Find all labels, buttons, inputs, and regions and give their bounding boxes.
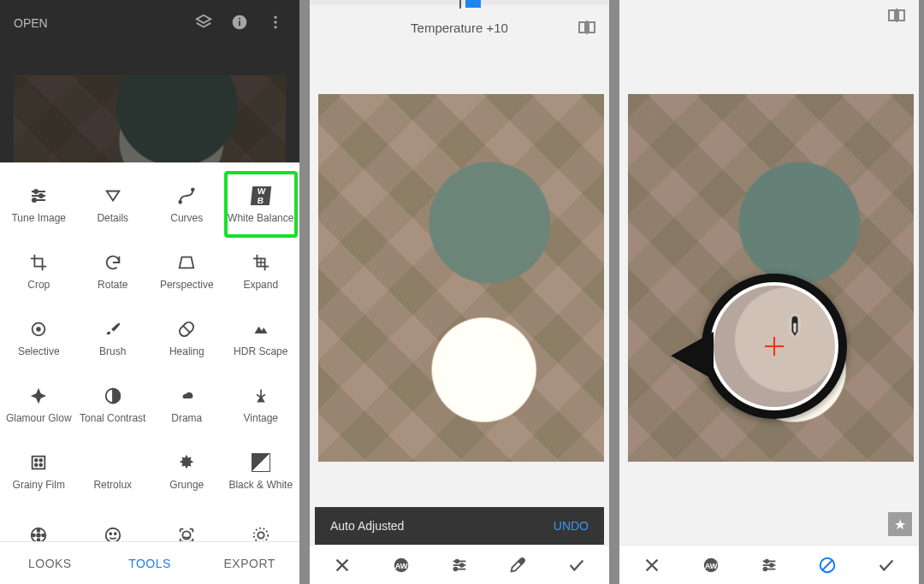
eyedropper-icon xyxy=(781,312,808,339)
svg-point-10 xyxy=(39,194,43,198)
svg-rect-41 xyxy=(589,22,595,32)
tool-label: Selective xyxy=(18,345,60,357)
tool-tonal-contrast[interactable]: Tonal Contrast xyxy=(76,371,151,438)
expand-icon xyxy=(252,251,270,274)
tool-white-balance[interactable]: WBWhite Balance xyxy=(224,171,299,238)
apply-button[interactable] xyxy=(548,556,606,575)
retrolux-icon xyxy=(102,451,124,474)
tool-label: Perspective xyxy=(160,279,214,291)
eyedropper-button[interactable] xyxy=(489,556,547,575)
compare-icon[interactable] xyxy=(577,17,597,38)
svg-point-11 xyxy=(33,198,36,202)
tool-healing[interactable]: Healing xyxy=(150,304,224,371)
svg-marker-12 xyxy=(106,192,119,201)
svg-rect-40 xyxy=(579,22,585,32)
svg-point-39 xyxy=(258,532,264,538)
tool-crop[interactable]: Crop xyxy=(2,238,76,304)
tool-vintage[interactable]: Vintage xyxy=(224,371,299,438)
tool-perspective[interactable]: Perspective xyxy=(150,238,224,304)
cancel-button[interactable] xyxy=(623,556,681,575)
svg-point-33 xyxy=(37,534,40,537)
tool-expand[interactable]: Expand xyxy=(224,238,299,304)
svg-marker-15 xyxy=(180,257,194,268)
svg-text:AW: AW xyxy=(394,561,407,569)
svg-rect-2 xyxy=(239,18,240,20)
tool-grainy-film[interactable]: Grainy Film xyxy=(2,438,76,504)
toast-undo-button[interactable]: UNDO xyxy=(554,519,589,533)
svg-rect-23 xyxy=(33,457,45,469)
tool-drama[interactable]: Drama xyxy=(150,371,224,438)
tool-black-white[interactable]: Black & White xyxy=(224,438,299,504)
glamour-icon xyxy=(29,385,48,407)
adjust-sliders-button[interactable] xyxy=(740,556,798,575)
tool-label: Retrolux xyxy=(93,479,132,491)
history-button[interactable]: ★ xyxy=(888,512,912,536)
tool-label: Black & White xyxy=(228,479,293,491)
preview-thumbnail[interactable] xyxy=(14,75,286,162)
hdr-icon xyxy=(251,318,271,340)
tool-hdr-scape[interactable]: HDR Scape xyxy=(224,304,299,371)
grunge-icon xyxy=(177,451,196,474)
tool-label: Crop xyxy=(27,279,50,291)
svg-point-13 xyxy=(180,201,182,204)
nav-tools[interactable]: TOOLS xyxy=(100,542,200,584)
svg-point-4 xyxy=(274,21,276,23)
compare-icon[interactable] xyxy=(886,5,907,26)
auto-wb-button[interactable]: AW xyxy=(681,556,739,575)
svg-point-50 xyxy=(455,559,459,563)
nav-export[interactable]: EXPORT xyxy=(199,542,299,584)
toast-auto-adjusted: Auto Adjusted UNDO xyxy=(315,507,604,545)
tool-label: Glamour Glow xyxy=(6,412,72,424)
tool-retrolux[interactable]: Retrolux xyxy=(76,438,151,504)
nav-looks[interactable]: LOOKS xyxy=(0,542,100,584)
image-canvas[interactable] xyxy=(318,94,604,462)
svg-point-3 xyxy=(274,15,276,18)
eyedropper-button-active[interactable] xyxy=(798,556,856,575)
cancel-button[interactable] xyxy=(313,556,371,575)
crop-icon xyxy=(29,251,48,274)
tool-label: Grunge xyxy=(169,479,204,491)
svg-point-30 xyxy=(42,534,44,537)
apply-button[interactable] xyxy=(857,556,915,575)
svg-point-17 xyxy=(37,327,40,331)
info-icon[interactable] xyxy=(229,14,250,33)
tool-label: Details xyxy=(97,212,128,224)
tool-grunge[interactable]: Grunge xyxy=(150,438,224,504)
sliders-icon xyxy=(28,185,49,207)
tool-tune-image[interactable]: Tune Image xyxy=(2,171,76,238)
tool-label: Tune Image xyxy=(11,212,66,224)
svg-marker-21 xyxy=(31,388,46,404)
svg-line-67 xyxy=(823,560,832,569)
layers-icon[interactable] xyxy=(193,13,214,34)
auto-wb-button[interactable]: AW xyxy=(371,556,429,575)
image-canvas[interactable] xyxy=(628,94,914,462)
color-picker-loupe[interactable] xyxy=(702,274,847,419)
svg-point-24 xyxy=(35,459,38,462)
tool-curves[interactable]: Curves xyxy=(150,171,224,238)
crosshair-icon xyxy=(765,337,784,356)
svg-point-29 xyxy=(38,529,40,532)
svg-point-52 xyxy=(454,567,458,570)
tonal-icon xyxy=(104,385,122,407)
svg-marker-20 xyxy=(254,327,267,333)
svg-point-32 xyxy=(33,534,35,537)
more-vert-icon[interactable] xyxy=(265,14,286,33)
tool-label: Rotate xyxy=(98,279,127,291)
tool-label: Vintage xyxy=(244,412,278,424)
open-button[interactable]: OPEN xyxy=(14,16,48,30)
adjust-sliders-button[interactable] xyxy=(430,556,489,575)
svg-point-34 xyxy=(106,528,121,543)
tool-selective[interactable]: Selective xyxy=(2,304,76,371)
vintage-icon xyxy=(252,385,270,407)
svg-point-25 xyxy=(40,459,43,462)
tool-brush[interactable]: Brush xyxy=(76,304,151,371)
tool-details[interactable]: Details xyxy=(76,171,151,238)
svg-point-35 xyxy=(110,533,111,534)
tool-rotate[interactable]: Rotate xyxy=(76,238,151,304)
curves-icon xyxy=(177,185,196,207)
tool-glamour-glow[interactable]: Glamour Glow xyxy=(2,371,76,438)
svg-point-5 xyxy=(274,26,276,28)
selective-icon xyxy=(29,318,48,340)
rotate-icon xyxy=(104,251,122,274)
brush-icon xyxy=(104,318,122,340)
